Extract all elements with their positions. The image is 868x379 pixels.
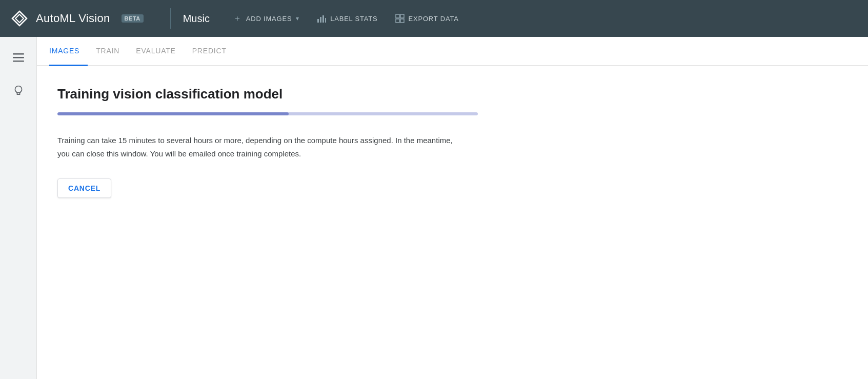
cancel-button[interactable]: CANCEL	[57, 178, 111, 198]
tab-train[interactable]: TRAIN	[88, 37, 128, 66]
label-stats-label: LABEL STATS	[330, 15, 377, 23]
svg-rect-7	[400, 19, 404, 23]
add-images-icon: ＋	[233, 13, 242, 24]
app-header: AutoML Vision BETA Music ＋ ADD IMAGES ▾ …	[0, 0, 868, 37]
header-divider	[170, 8, 171, 29]
svg-rect-4	[396, 14, 399, 18]
automl-logo-icon	[10, 9, 29, 28]
label-stats-icon	[317, 14, 326, 23]
sidebar-menu-icon[interactable]	[8, 47, 29, 68]
app-name-label: AutoML Vision	[36, 12, 110, 25]
sidebar	[0, 37, 37, 379]
add-images-label: ADD IMAGES	[246, 15, 292, 23]
main-layout: IMAGES TRAIN EVALUATE PREDICT Training v…	[0, 37, 868, 379]
svg-rect-2	[322, 15, 324, 23]
sidebar-lightbulb-icon[interactable]	[8, 80, 29, 101]
progress-bar-fill	[57, 112, 289, 115]
svg-rect-1	[320, 17, 321, 23]
svg-rect-3	[325, 18, 326, 23]
svg-rect-9	[13, 57, 24, 58]
main-content-area: IMAGES TRAIN EVALUATE PREDICT Training v…	[37, 37, 868, 379]
svg-rect-10	[13, 61, 24, 62]
training-description: Training can take 15 minutes to several …	[57, 134, 457, 160]
label-stats-button[interactable]: LABEL STATS	[310, 10, 385, 27]
export-data-button[interactable]: EXPORT DATA	[388, 10, 466, 27]
tab-predict[interactable]: PREDICT	[184, 37, 235, 66]
page-content: Training vision classification model Tra…	[37, 66, 868, 379]
training-progress-bar	[57, 112, 478, 115]
add-images-button[interactable]: ＋ ADD IMAGES ▾	[226, 9, 307, 28]
project-name-label: Music	[183, 13, 210, 25]
beta-badge: BETA	[122, 14, 144, 23]
svg-rect-0	[317, 19, 319, 23]
tab-evaluate[interactable]: EVALUATE	[128, 37, 184, 66]
add-images-chevron-icon: ▾	[296, 15, 299, 22]
page-title: Training vision classification model	[57, 86, 847, 102]
svg-rect-5	[400, 14, 404, 18]
logo-section: AutoML Vision BETA	[10, 9, 158, 28]
svg-rect-8	[13, 53, 24, 55]
header-actions: ＋ ADD IMAGES ▾ LABEL STATS	[226, 9, 466, 28]
tabs-bar: IMAGES TRAIN EVALUATE PREDICT	[37, 37, 868, 66]
svg-rect-6	[396, 19, 399, 23]
export-data-icon	[395, 14, 405, 23]
export-data-label: EXPORT DATA	[409, 15, 459, 23]
tab-images[interactable]: IMAGES	[49, 37, 88, 66]
